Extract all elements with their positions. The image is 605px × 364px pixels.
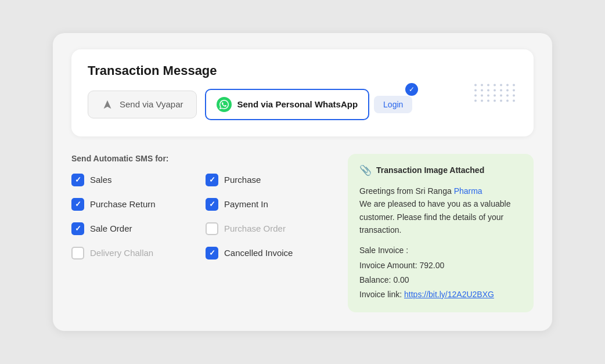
checkbox-item[interactable]: ✓Cancelled Invoice	[206, 247, 334, 260]
invoice-link-label: Invoice link:	[359, 290, 402, 299]
dot	[474, 94, 477, 96]
dot	[506, 94, 509, 96]
checkbox-item[interactable]: ✓Purchase	[206, 174, 334, 186]
dot	[494, 84, 496, 86]
dots-decoration	[474, 84, 516, 102]
dot	[500, 84, 502, 86]
invoice-link[interactable]: https://bit.ly/12A2U2BXG	[404, 290, 494, 299]
dot	[487, 94, 489, 96]
whatsapp-button-wrapper: Send via Personal WhatsApp Login ✓	[205, 89, 413, 120]
dot	[506, 99, 509, 102]
greeting-line2: We are pleased to have you as a valuable…	[359, 199, 510, 235]
checkbox-box: ✓	[71, 222, 84, 235]
checkbox-label: Cancelled Invoice	[224, 248, 293, 258]
whatsapp-icon	[217, 97, 232, 112]
send-vyapar-button[interactable]: Send via Vyapar	[88, 91, 197, 118]
checkbox-item[interactable]: Delivery Challan	[71, 247, 200, 260]
send-whatsapp-button[interactable]: Send via Personal WhatsApp	[205, 89, 370, 120]
dot	[474, 99, 477, 102]
dot	[494, 89, 496, 91]
sms-section: Send Automatic SMS for: ✓Sales✓Purchase✓…	[71, 154, 334, 260]
invoice-link-line: Invoice link: https://bit.ly/12A2U2BXG	[359, 287, 522, 302]
dot	[481, 94, 483, 96]
checkbox-label: Purchase Order	[224, 224, 286, 233]
checkbox-box: ✓	[206, 174, 218, 186]
check-icon: ✓	[409, 85, 415, 93]
greeting-highlight: Pharma	[454, 186, 482, 196]
checkbox-label: Delivery Challan	[90, 248, 153, 258]
checkbox-item[interactable]: Purchase Order	[206, 222, 334, 235]
checkbox-box: ✓	[206, 247, 218, 260]
dot	[474, 89, 477, 91]
checkmark-icon: ✓	[75, 200, 81, 208]
checkbox-box	[71, 247, 84, 260]
dot	[487, 99, 489, 102]
dot	[513, 99, 515, 102]
preview-card: 📎 Transaction Image Attached Greetings f…	[348, 154, 534, 312]
sale-invoice-label: Sale Invoice :	[359, 246, 408, 255]
invoice-amount-value: 792.00	[420, 261, 445, 270]
dot	[500, 99, 502, 102]
checkbox-label: Sales	[90, 175, 112, 185]
dot	[494, 94, 496, 96]
send-options: Send via Vyapar Send via Personal WhatsA…	[88, 89, 517, 120]
checkmark-icon: ✓	[209, 200, 215, 208]
dot	[513, 84, 515, 86]
checkmark-icon: ✓	[209, 175, 215, 184]
dot	[481, 99, 483, 102]
checkbox-box: ✓	[71, 174, 84, 186]
checkbox-item[interactable]: ✓Purchase Return	[71, 198, 200, 211]
bottom-section: Send Automatic SMS for: ✓Sales✓Purchase✓…	[71, 154, 534, 312]
invoice-amount-label: Invoice Amount:	[359, 261, 417, 270]
checkbox-item[interactable]: ✓Sale Order	[71, 222, 200, 235]
main-container: Transaction Message Send via Vyapar	[53, 33, 552, 331]
transaction-card: Transaction Message Send via Vyapar	[71, 49, 534, 136]
balance-label: Balance:	[359, 275, 391, 284]
balance-value: 0.00	[393, 275, 409, 284]
checkmark-icon: ✓	[75, 224, 81, 233]
dot	[513, 89, 515, 91]
preview-header: 📎 Transaction Image Attached	[359, 164, 522, 176]
checkbox-item[interactable]: ✓Sales	[71, 174, 200, 186]
dot	[474, 84, 477, 86]
checkbox-grid: ✓Sales✓Purchase✓Purchase Return✓Payment …	[71, 174, 334, 260]
checkmark-icon: ✓	[75, 175, 81, 184]
preview-body: Greetings from Sri Ranga Pharma We are p…	[359, 185, 522, 237]
checkbox-label: Purchase	[224, 175, 261, 185]
whatsapp-label: Send via Personal WhatsApp	[237, 99, 358, 109]
sale-invoice-line: Sale Invoice :	[359, 243, 522, 258]
vyapar-icon	[101, 98, 114, 111]
checkbox-label: Payment In	[224, 199, 268, 209]
dot	[487, 84, 489, 86]
paperclip-icon: 📎	[359, 164, 372, 176]
greeting-line1: Greetings from Sri Ranga	[359, 186, 452, 196]
checkmark-icon: ✓	[209, 248, 215, 257]
preview-header-text: Transaction Image Attached	[376, 165, 484, 175]
checkbox-item[interactable]: ✓Payment In	[206, 198, 334, 211]
dot	[506, 84, 509, 86]
sms-section-title: Send Automatic SMS for:	[71, 154, 334, 163]
checkbox-box	[206, 222, 218, 235]
checkbox-label: Sale Order	[90, 224, 132, 233]
transaction-title: Transaction Message	[88, 63, 517, 78]
checkbox-box: ✓	[206, 198, 218, 211]
dot	[506, 89, 509, 91]
vyapar-label: Send via Vyapar	[120, 99, 183, 109]
checkbox-label: Purchase Return	[90, 199, 156, 209]
dot	[481, 89, 483, 91]
dot	[494, 99, 496, 102]
balance-line: Balance: 0.00	[359, 273, 522, 287]
invoice-details: Sale Invoice : Invoice Amount: 792.00 Ba…	[359, 243, 522, 302]
dot	[500, 94, 502, 96]
dot	[500, 89, 502, 91]
dot	[513, 94, 515, 96]
checkbox-box: ✓	[71, 198, 84, 211]
login-button[interactable]: Login	[374, 96, 412, 113]
dot	[481, 84, 483, 86]
svg-marker-0	[104, 100, 111, 109]
selected-badge: ✓	[405, 83, 418, 96]
invoice-amount-line: Invoice Amount: 792.00	[359, 258, 522, 273]
dot	[487, 89, 489, 91]
